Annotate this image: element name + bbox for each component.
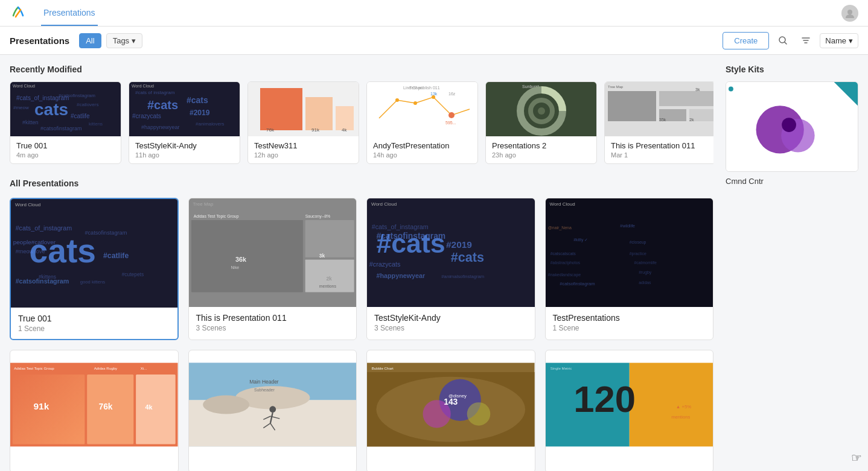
sort-dropdown[interactable]: Name ▾ xyxy=(820,33,858,48)
svg-text:cats: cats xyxy=(34,100,68,119)
recent-card-time: 12h ago xyxy=(254,151,353,159)
svg-text:#cats of instagram: #cats of instagram xyxy=(135,90,175,95)
pres-card-pres011[interactable]: Tree Map Adidas Test Topic Group Saucony… xyxy=(188,198,357,340)
svg-text:76k: 76k xyxy=(266,127,275,133)
recent-card-testnew311[interactable]: 76k 91k 4k TestNew311 12h ago xyxy=(247,81,359,164)
pres-card-meta: 1 Scene xyxy=(18,324,170,333)
svg-text:#kitten: #kitten xyxy=(22,119,39,125)
svg-text:#rugby: #rugby xyxy=(639,270,652,275)
page-title: Presentations xyxy=(10,36,69,46)
search-button[interactable] xyxy=(774,31,792,49)
pres-card-metric[interactable]: Single Metric 120 mentions ▲ +5% xyxy=(545,350,714,471)
recent-card-time: 11h ago xyxy=(135,151,234,159)
recent-card-teststylekit[interactable]: Word Cloud #cats of instagram #cats #cat… xyxy=(129,81,240,164)
recent-card-info: True 001 4m ago xyxy=(10,136,121,163)
svg-rect-25 xyxy=(367,82,477,136)
svg-text:#cutepets: #cutepets xyxy=(122,271,144,277)
chevron-down-icon: ▾ xyxy=(132,36,136,45)
recent-card-pres2[interactable]: Sunburst Presentations 2 23h ago xyxy=(485,81,597,164)
recent-card-name: TestNew311 xyxy=(254,141,353,150)
svg-text:#2019: #2019 xyxy=(446,239,472,250)
pres-card-info: TestPresentations 1 Scene xyxy=(546,307,713,338)
svg-text:16z: 16z xyxy=(448,92,456,96)
pres-card-info: True 001 1 Scene xyxy=(11,308,177,339)
svg-text:#kitty ✓: #kitty ✓ xyxy=(573,238,588,242)
svg-text:120: 120 xyxy=(573,378,636,420)
pres-card-thumb: Word Cloud #cats_of_instagram #cats #cat… xyxy=(367,198,535,307)
svg-text:#nakedlandscape: #nakedlandscape xyxy=(547,273,580,277)
svg-text:Adidas Rugby: Adidas Rugby xyxy=(94,366,118,370)
svg-text:Bubble Chart: Bubble Chart xyxy=(372,366,394,370)
filter-tags-button[interactable]: Tags ▾ xyxy=(106,33,142,48)
recent-card-info: TestStyleKit-Andy 11h ago xyxy=(129,136,240,163)
recent-card-time: 14h ago xyxy=(373,151,471,159)
pres-card-name: TestStyleKit-Andy xyxy=(374,313,528,323)
pres-card-teststylekit[interactable]: Word Cloud #cats_of_instagram #cats #cat… xyxy=(366,198,535,340)
recent-card-info: AndyTestPresentation 14h ago xyxy=(367,136,477,163)
svg-text:#catsofinstagram: #catsofinstagram xyxy=(376,231,445,241)
pres-card-thumb: Word Cloud cats #cats_of_instagram #cats… xyxy=(11,199,177,308)
svg-text:Adidas Test Topic Group: Adidas Test Topic Group xyxy=(193,214,238,219)
svg-text:Tree Map: Tree Map xyxy=(608,85,624,89)
svg-rect-42 xyxy=(608,91,656,121)
svg-point-119 xyxy=(467,402,491,426)
chevron-down-icon: ▾ xyxy=(849,36,853,45)
svg-rect-93 xyxy=(136,375,176,444)
style-kit-cmnd-cntr[interactable] xyxy=(726,81,858,172)
svg-text:▲ +5%: ▲ +5% xyxy=(675,404,691,409)
svg-text:91k: 91k xyxy=(311,127,320,133)
svg-text:Saucony--8%: Saucony--8% xyxy=(305,214,330,219)
recent-card-name: TestStyleKit-Andy xyxy=(135,141,234,150)
svg-rect-62 xyxy=(191,220,302,292)
svg-text:13k: 13k xyxy=(430,92,438,96)
pres-card-photo[interactable]: Main Header Subheader xyxy=(188,350,357,471)
recent-card-thumb: Sunburst xyxy=(486,82,596,136)
pres-card-thumb: Word Cloud @nair_Nena #wildlife #kitty ✓… xyxy=(546,198,713,307)
app-logo[interactable] xyxy=(10,4,27,23)
pres-card-meta: 3 Scenes xyxy=(196,324,349,332)
pres-card-bubble[interactable]: Bubble Chart @disney 143 xyxy=(366,350,535,471)
svg-point-104 xyxy=(203,396,249,414)
svg-text:36k: 36k xyxy=(235,256,246,263)
style-kits-title: Style Kits xyxy=(726,65,858,74)
sub-header: Presentations All Tags ▾ Create Name ▾ xyxy=(0,27,868,55)
svg-text:#catlife: #catlife xyxy=(103,251,129,260)
svg-rect-19 xyxy=(260,88,302,130)
recent-card-thumb: Tree Map 35k 2k 3k xyxy=(605,82,713,136)
svg-text:91k: 91k xyxy=(34,401,49,411)
svg-rect-43 xyxy=(659,91,713,106)
svg-text:#catscatscats: #catscatscats xyxy=(550,251,575,256)
recent-card-time: Mar 1 xyxy=(611,151,709,159)
pres-card-orange-treemap[interactable]: Adidas Test Topic Group Adidas Rugby Xi.… xyxy=(10,350,179,471)
svg-text:#catlovers: #catlovers xyxy=(77,102,98,107)
recent-card-pres011[interactable]: Tree Map 35k 2k 3k This is Presentation … xyxy=(604,81,713,164)
pres-card-info xyxy=(189,459,357,471)
pres-card-meta: 3 Scenes xyxy=(374,324,528,332)
pres-card-true001[interactable]: Word Cloud cats #cats_of_instagram #cats… xyxy=(10,198,179,340)
svg-rect-20 xyxy=(305,97,333,130)
svg-text:#crazycats: #crazycats xyxy=(369,261,401,268)
recent-card-true001[interactable]: Word Cloud cats #cats_of_instagram #cats… xyxy=(10,81,121,164)
create-button[interactable]: Create xyxy=(723,32,769,49)
sort-order-button[interactable] xyxy=(797,31,815,49)
svg-text:2k: 2k xyxy=(689,118,694,122)
recent-card-info: Presentations 2 23h ago xyxy=(486,136,596,163)
svg-text:#animalovers: #animalovers xyxy=(196,121,225,127)
recent-card-andy[interactable]: Line Chart Test publish 011 595... 13k 1… xyxy=(366,81,478,164)
svg-point-31 xyxy=(448,112,455,118)
main-content: Recently Modified Word Cloud cats #cats_… xyxy=(0,55,868,471)
svg-text:#meow love: #meow love xyxy=(16,248,45,254)
filter-all-button[interactable]: All xyxy=(79,33,101,48)
pres-card-testpresentations[interactable]: Word Cloud @nair_Nena #wildlife #kitty ✓… xyxy=(545,198,714,340)
avatar[interactable] xyxy=(841,5,858,22)
pres-card-info xyxy=(546,459,713,471)
recent-card-time: 4m ago xyxy=(16,151,115,159)
svg-text:#wildlife: #wildlife xyxy=(620,224,635,228)
svg-text:Subheader: Subheader xyxy=(254,388,275,392)
svg-text:#catsofinstagram: #catsofinstagram xyxy=(560,281,595,286)
svg-text:Xi...: Xi... xyxy=(141,366,147,370)
tab-presentations[interactable]: Presentations xyxy=(41,1,98,26)
svg-text:#catsofinstagram: #catsofinstagram xyxy=(85,230,127,236)
svg-point-133 xyxy=(782,118,796,132)
pres-card-name: True 001 xyxy=(18,314,170,323)
